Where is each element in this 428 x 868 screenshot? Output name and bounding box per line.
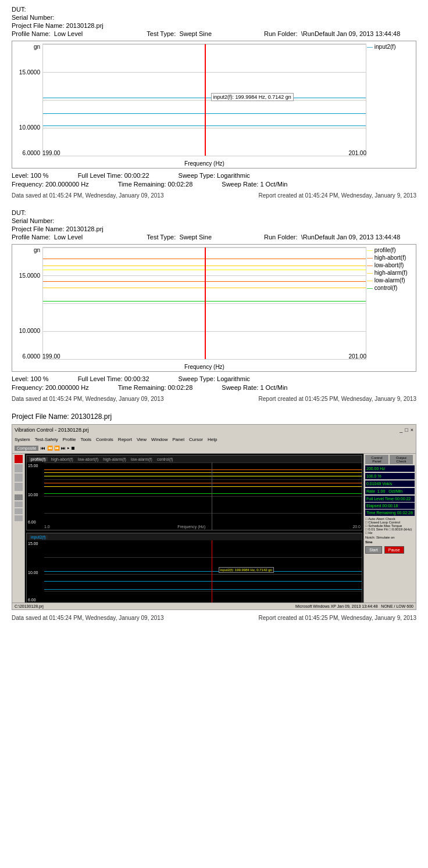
y-mid-1: 10.0000: [19, 124, 40, 131]
run-label-2: Run Folder: \RunDefault Jan 09, 2013 13:…: [264, 234, 400, 241]
test-label-2: Test Type: Swept Sine: [147, 234, 212, 241]
inner-chart-top: profile(f) high-abort(f) low-abort(f) hi…: [26, 455, 362, 530]
icon-ctrl: [15, 501, 23, 507]
legend-item-1: — input2(f): [367, 44, 415, 50]
elapsed-display: Elapsed 00:00:18: [365, 503, 415, 509]
footer-2: Data saved at 01:45:24 PM, Wednesday, Ja…: [12, 396, 416, 402]
frequency-item-2: Frequency: 200.000000 Hz: [12, 384, 89, 391]
profile-label-1: Profile Name: Low Level: [12, 30, 83, 37]
section-3: Project File Name: 20130128.prj Vibratio…: [12, 413, 416, 621]
sweep-rate-item-2: Sweep Rate: 1 Oct/Min: [222, 384, 287, 391]
charts-area: profile(f) high-abort(f) low-abort(f) hi…: [25, 454, 363, 609]
dut-line-1: DUT:: [12, 6, 416, 13]
y-unit-1: gn: [34, 44, 40, 50]
x-label-1: Frequency (Hz): [42, 160, 366, 167]
serial-label-2: Serial Number:: [12, 217, 54, 224]
project-label-2: Project File Name:: [12, 225, 64, 232]
legend-2: — profile(f) — high-abort(f) — low-abort…: [367, 247, 415, 292]
sweep-type-item-1: Sweep Type: Logarithmic: [179, 172, 250, 179]
rate-display: Rate 1.00 Oct/Min: [365, 488, 415, 494]
y-min-1: 6.0000: [22, 150, 40, 156]
stats-row1-2: Level: 100 % Full Level Time: 00:00:32 S…: [12, 375, 416, 382]
full-level-item-2: Full Level Time: 00:00:32: [78, 375, 149, 382]
legend-1: — input2(f): [367, 44, 415, 51]
x-label-2: Frequency (Hz): [42, 364, 366, 370]
drive-display: 0.01049 Vok/s: [365, 480, 415, 487]
test-label-1: Test Type: Swept Sine: [147, 30, 212, 37]
freq-display: 200.00 Hz: [365, 465, 415, 472]
footer-right-3: Report created at 01:45:25 PM, Wednesday…: [259, 615, 416, 621]
stats-row2-2: Frequency: 200.000000 Hz Time Remaining:…: [12, 384, 416, 391]
y-unit-2: gn: [34, 247, 40, 253]
icon-gray3: [15, 483, 23, 491]
dut-line-2: DUT:: [12, 209, 416, 216]
time-remaining-item-2: Time Remaining: 00:02:28: [118, 384, 193, 391]
sweep-rate-item-1: Sweep Rate: 1 Oct/Min: [222, 181, 287, 188]
plot-area-2: [42, 247, 366, 360]
icon-gray2: [15, 474, 23, 482]
x-min-2: 199.00: [42, 353, 60, 360]
control-dials: Control Panel Output Check: [365, 455, 415, 464]
footer-1: Data saved at 01:45:24 PM, Wednesday, Ja…: [12, 192, 416, 199]
project-value-2: 20130128.prj: [66, 225, 104, 232]
icon-transm: [15, 515, 23, 521]
menu-bar: SystemTest-SafetyProfileToolsControlsRep…: [12, 435, 416, 443]
dut-label-2: DUT:: [12, 209, 26, 216]
checkboxes: □ Auto Abort Check □ Closed Loop Control…: [365, 517, 415, 544]
dut-label-1: DUT:: [12, 6, 26, 13]
screenshot-container: Vibration Control - 20130128.prj _□× Sys…: [12, 424, 416, 610]
frequency-item-1: Frequency: 200.000000 Hz: [12, 181, 89, 188]
footer-left-2: Data saved at 01:45:24 PM, Wednesday, Ja…: [12, 396, 163, 402]
remaining-display: Time Remaining 00:02:28: [365, 510, 415, 516]
footer-right-2: Report created at 01:45:25 PM, Wednesday…: [259, 396, 416, 402]
project-filename-3: Project File Name: 20130128.prj: [12, 413, 416, 421]
project-label-1: Project File Name:: [12, 22, 64, 29]
y-axis-1: gn 15.0000 10.0000 6.0000: [12, 41, 42, 156]
x-max-2: 201.00: [348, 353, 366, 360]
level-item-2: Level: 100 %: [12, 375, 49, 382]
y-max-2: 15.0000: [19, 272, 40, 279]
red-line-1: [205, 44, 206, 156]
x-max-1: 201.00: [348, 150, 366, 156]
chart-1: gn 15.0000 10.0000 6.0000 input2(f): 199…: [12, 41, 416, 168]
icon-wave: [15, 508, 23, 514]
footer-left-1: Data saved at 01:45:24 PM, Wednesday, Ja…: [12, 192, 163, 199]
sweep-type-item-2: Sweep Type: Logarithmic: [179, 375, 250, 382]
level-display: 100.0 %: [365, 473, 415, 479]
section-1: DUT: Serial Number: Project File Name: 2…: [12, 6, 416, 199]
plot-area-1: input2(f): 199.9984 Hz, 0.7142 gn: [42, 44, 366, 156]
icon-profile: [15, 494, 23, 500]
profile-label-2: Profile Name: Low Level: [12, 234, 83, 241]
chart-bottom-tabs: input2(f): [27, 533, 362, 540]
right-panel: Control Panel Output Check 200.00 Hz 100…: [363, 454, 416, 609]
window-bar-top: Vibration Control - 20130128.prj _□×: [12, 425, 416, 435]
chart-content-bottom: 15.00 10.00 6.00 inpu: [27, 540, 362, 608]
chart-2: gn 15.0000 10.0000 6.0000: [12, 244, 416, 372]
time-remaining-item-1: Time Remaining: 00:02:28: [118, 181, 193, 188]
serial-line-1: Serial Number:: [12, 14, 416, 21]
section-2: DUT: Serial Number: Project File Name: 2…: [12, 209, 416, 402]
chart-content-top: 15.00 10.00 6.00: [27, 462, 362, 530]
chart-tabs: profile(f) high-abort(f) low-abort(f) hi…: [27, 455, 362, 462]
sidebar-icons: [12, 454, 25, 609]
full-level-item-1: Full Level Time: 00:00:22: [78, 172, 149, 179]
main-content: profile(f) high-abort(f) low-abort(f) hi…: [12, 454, 416, 609]
serial-line-2: Serial Number:: [12, 217, 416, 224]
profile-row-1: Profile Name: Low Level Test Type: Swept…: [12, 30, 416, 37]
tooltip-1: input2(f): 199.9984 Hz, 0.7142 gn: [211, 93, 294, 101]
icon-red: [15, 455, 23, 463]
y-axis-2: gn 15.0000 10.0000 6.0000: [12, 245, 42, 360]
project-value-1: 20130128.prj: [66, 22, 104, 29]
x-ticks-2: 199.00 201.00: [42, 353, 366, 360]
stats-row1-1: Level: 100 % Full Level Time: 00:00:22 S…: [12, 172, 416, 179]
fulltime-display: Full Level Time 00:00:22: [365, 496, 415, 502]
footer-left-3: Data saved at 01:45:24 PM, Wednesday, Ja…: [12, 615, 163, 621]
start-stop-buttons: Start Pause: [365, 546, 415, 554]
profile-row-2: Profile Name: Low Level Test Type: Swept…: [12, 234, 416, 241]
red-line-2: [205, 248, 206, 359]
status-bar: C:\20130128.prj Microsoft Windows XP Jan…: [12, 602, 416, 609]
y-min-2: 6.0000: [22, 353, 40, 360]
x-min-1: 199.00: [42, 150, 60, 156]
project-line-2: Project File Name: 20130128.prj: [12, 225, 416, 232]
y-max-1: 15.0000: [19, 69, 40, 76]
